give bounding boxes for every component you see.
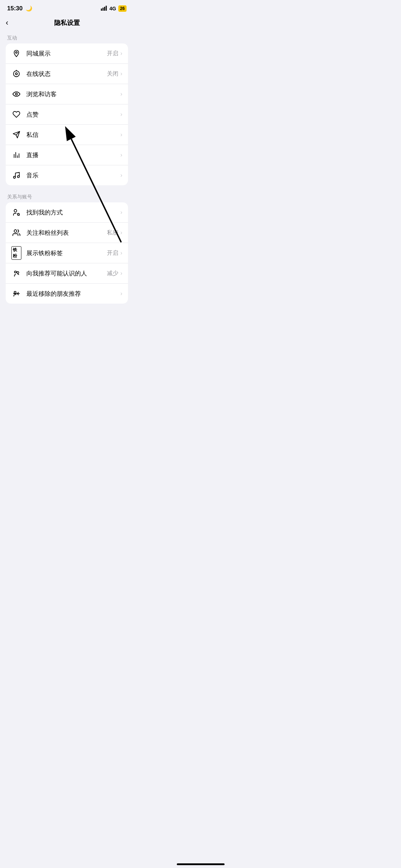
- follow-fans-chevron: ›: [120, 229, 122, 236]
- location-icon: [11, 48, 21, 58]
- svg-point-5: [14, 71, 20, 77]
- list-item-private-msg[interactable]: 私信 ›: [6, 125, 128, 145]
- interaction-card: 同城展示 开启 › 在线状态 关闭 › 浏览和访客 ›: [6, 43, 128, 185]
- online-status-chevron: ›: [120, 71, 122, 77]
- list-item-follow-fans[interactable]: 关注和粉丝列表 私密 ›: [6, 223, 128, 243]
- list-item-live[interactable]: 直播 ›: [6, 145, 128, 165]
- status-icons: 4G 26: [101, 5, 127, 12]
- online-icon: [11, 69, 21, 79]
- iron-fan-chevron: ›: [120, 250, 122, 256]
- recommend-people-value: 减少: [107, 270, 118, 277]
- relationship-card: 找到我的方式 › 关注和粉丝列表 私密 › 铁粉 展示铁粉标签 开启 ›: [6, 202, 128, 304]
- iron-fan-label: 展示铁粉标签: [26, 249, 107, 257]
- section-label-interaction: 互动: [0, 32, 134, 43]
- find-user-icon: [11, 207, 21, 217]
- removed-icon: [11, 289, 21, 299]
- svg-rect-2: [104, 7, 105, 11]
- svg-point-17: [14, 210, 17, 212]
- svg-point-6: [15, 73, 17, 75]
- follow-fans-label: 关注和粉丝列表: [26, 229, 107, 237]
- browse-visitors-label: 浏览和访客: [26, 90, 118, 98]
- browse-visitors-chevron: ›: [120, 91, 122, 97]
- list-item-browse-visitors[interactable]: 浏览和访客 ›: [6, 84, 128, 104]
- list-item-nearby[interactable]: 同城展示 开启 ›: [6, 43, 128, 64]
- nearby-chevron: ›: [120, 50, 122, 57]
- battery-badge: 26: [118, 5, 127, 12]
- follow-fans-value: 私密: [107, 229, 118, 237]
- private-msg-chevron: ›: [120, 131, 122, 138]
- page-title: 隐私设置: [54, 19, 80, 27]
- nav-header: ‹ 隐私设置: [0, 15, 134, 32]
- svg-point-8: [15, 93, 17, 95]
- heart-icon: [11, 109, 21, 119]
- recommend-icon: [11, 268, 21, 278]
- message-icon: [11, 130, 21, 140]
- svg-point-21: [15, 271, 17, 273]
- followers-icon: [11, 228, 21, 238]
- list-item-removed-friends[interactable]: 最近移除的朋友推荐 ›: [6, 284, 128, 304]
- music-icon: [11, 170, 21, 180]
- list-item-recommend-people[interactable]: 向我推荐可能认识的人 减少 ›: [6, 263, 128, 284]
- live-icon: [11, 150, 21, 160]
- network-label: 4G: [109, 6, 116, 11]
- status-time: 15:30 🌙: [7, 5, 32, 12]
- section-label-relationship: 关系与账号: [0, 191, 134, 202]
- find-me-label: 找到我的方式: [26, 208, 118, 217]
- svg-point-4: [16, 52, 17, 53]
- list-item-likes[interactable]: 点赞 ›: [6, 104, 128, 125]
- nearby-value: 开启: [107, 50, 118, 57]
- private-msg-label: 私信: [26, 131, 118, 139]
- online-status-value: 关闭: [107, 70, 118, 78]
- removed-friends-label: 最近移除的朋友推荐: [26, 290, 118, 298]
- list-item-find-me[interactable]: 找到我的方式 ›: [6, 202, 128, 223]
- find-me-chevron: ›: [120, 209, 122, 216]
- nearby-label: 同城展示: [26, 50, 107, 58]
- svg-point-23: [14, 291, 16, 294]
- recommend-people-chevron: ›: [120, 270, 122, 277]
- removed-friends-chevron: ›: [120, 290, 122, 297]
- list-item-online-status[interactable]: 在线状态 关闭 ›: [6, 64, 128, 84]
- online-status-label: 在线状态: [26, 70, 107, 78]
- eye-icon: [11, 89, 21, 99]
- back-button[interactable]: ‹: [6, 18, 8, 27]
- svg-rect-3: [106, 6, 107, 11]
- music-label: 音乐: [26, 171, 118, 180]
- music-chevron: ›: [120, 172, 122, 179]
- recommend-people-label: 向我推荐可能认识的人: [26, 269, 107, 278]
- list-item-music[interactable]: 音乐 ›: [6, 165, 128, 185]
- svg-point-15: [14, 176, 16, 179]
- signal-icon: [101, 6, 107, 12]
- live-chevron: ›: [120, 152, 122, 158]
- iron-fan-icon: 铁粉: [11, 248, 21, 258]
- live-label: 直播: [26, 151, 118, 159]
- svg-point-16: [17, 176, 20, 178]
- svg-point-20: [14, 230, 17, 232]
- likes-label: 点赞: [26, 110, 118, 119]
- svg-rect-1: [102, 7, 103, 11]
- likes-chevron: ›: [120, 111, 122, 118]
- svg-rect-0: [101, 9, 102, 11]
- iron-fan-value: 开启: [107, 249, 118, 257]
- list-item-iron-fan[interactable]: 铁粉 展示铁粉标签 开启 ›: [6, 243, 128, 263]
- svg-line-19: [19, 215, 19, 215]
- status-bar: 15:30 🌙 4G 26: [0, 0, 134, 15]
- moon-icon: 🌙: [26, 5, 32, 11]
